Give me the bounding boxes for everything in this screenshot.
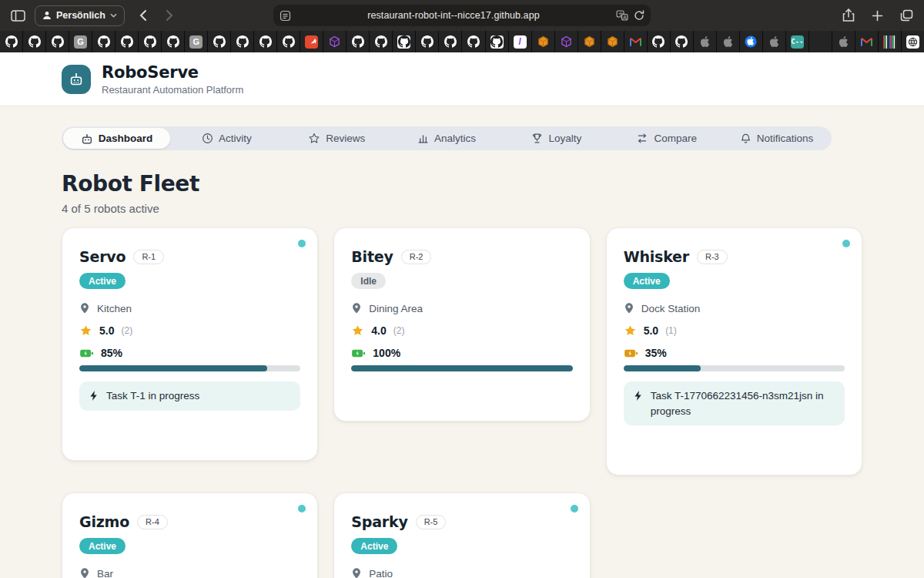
browser-tab-favicon-github-badge[interactable] bbox=[393, 31, 415, 52]
trophy-icon bbox=[531, 133, 543, 144]
tab-dashboard[interactable]: Dashboard bbox=[63, 128, 170, 149]
browser-tab-favicon-terminal[interactable]: C-- bbox=[786, 31, 808, 52]
browser-tab-favicon-github[interactable] bbox=[46, 31, 69, 52]
browser-tab-favicon-github[interactable] bbox=[671, 31, 693, 52]
browser-tab-favicon-github[interactable] bbox=[0, 31, 22, 52]
browser-tab-favicon-cube-orange[interactable] bbox=[532, 31, 554, 52]
robot-name: Whisker bbox=[624, 248, 689, 265]
browser-tab-favicon-g-badge[interactable]: G bbox=[69, 31, 92, 52]
browser-tab-favicon-apple[interactable] bbox=[694, 31, 716, 52]
browser-tab-favicon-github[interactable] bbox=[346, 31, 369, 52]
browser-tab-favicon-github[interactable] bbox=[416, 31, 438, 52]
new-tab-icon[interactable] bbox=[872, 10, 883, 22]
tab-label: Notifications bbox=[757, 133, 814, 144]
browser-tab-favicon-glitch[interactable] bbox=[879, 31, 901, 52]
browser-tab-favicon-cube-orange[interactable] bbox=[601, 31, 624, 52]
browser-tab-favicon-g-badge[interactable]: G bbox=[185, 31, 207, 52]
robot-name: Gizmo bbox=[79, 513, 129, 530]
tab-compare[interactable]: Compare bbox=[613, 128, 720, 149]
robot-card-sparky[interactable]: Sparky R-5 Active Patio 4.0 (1) 68% bbox=[333, 492, 590, 578]
battery-icon bbox=[79, 348, 94, 358]
sidebar-toggle-icon[interactable] bbox=[11, 10, 25, 22]
active-status-dot bbox=[842, 240, 850, 247]
browser-tab-favicon-swift[interactable] bbox=[300, 31, 323, 52]
robot-id-badge: R-1 bbox=[133, 250, 164, 264]
star-icon bbox=[624, 324, 637, 337]
fleet-status-subtitle: 4 of 5 robots active bbox=[62, 202, 862, 215]
rating-value: 5.0 bbox=[99, 324, 114, 337]
robot-id-badge: R-5 bbox=[416, 515, 447, 529]
browser-tab-favicon-github[interactable] bbox=[648, 31, 670, 52]
location-pin-icon bbox=[351, 302, 362, 314]
app-header: RoboServe Restaurant Automation Platform bbox=[0, 52, 924, 106]
tab-notifications[interactable]: Notifications bbox=[723, 128, 830, 149]
browser-tab-favicon-github[interactable] bbox=[92, 31, 115, 52]
browser-tab-favicon-github[interactable] bbox=[208, 31, 230, 52]
browser-tab-favicon-github[interactable] bbox=[162, 31, 184, 52]
browser-tab-favicon-cube-orange[interactable] bbox=[578, 31, 601, 52]
tab-label: Dashboard bbox=[99, 133, 153, 144]
chart-icon bbox=[417, 133, 429, 144]
browser-tab-favicon-github[interactable] bbox=[23, 31, 45, 52]
robot-name: Bitey bbox=[351, 248, 393, 265]
browser-tab-favicon-github[interactable] bbox=[254, 31, 276, 52]
chevron-down-icon bbox=[110, 13, 117, 18]
robot-card-whisker[interactable]: Whisker R-3 Active Dock Station 5.0 (1) … bbox=[606, 227, 862, 476]
app-tagline: Restaurant Automation Platform bbox=[102, 84, 243, 96]
robot-card-bitey[interactable]: Bitey R-2 Idle Dining Area 4.0 (2) 100% bbox=[333, 227, 590, 422]
browser-tab-favicon-cube-purple[interactable] bbox=[555, 31, 578, 52]
browser-tab-favicon-github[interactable] bbox=[277, 31, 300, 52]
browser-tab-favicon-github-badge[interactable] bbox=[486, 31, 508, 52]
active-status-dot bbox=[298, 240, 306, 247]
battery-progress-fill bbox=[79, 365, 267, 371]
robot-card-servo[interactable]: Servo R-1 Active Kitchen 5.0 (2) 85% bbox=[62, 227, 318, 461]
tab-reviews[interactable]: Reviews bbox=[283, 128, 390, 149]
browser-tab-favicon-github[interactable] bbox=[139, 31, 161, 52]
browser-tab-favicon-cube-purple[interactable] bbox=[323, 31, 346, 52]
browser-tab-favicon-apple-blue[interactable] bbox=[740, 31, 762, 52]
robot-card-gizmo[interactable]: Gizmo R-4 Active Bar 92% bbox=[62, 492, 318, 578]
battery-progress-track bbox=[351, 365, 572, 371]
translate-icon[interactable]: 文A bbox=[616, 10, 628, 21]
robot-icon bbox=[81, 133, 93, 145]
battery-icon bbox=[351, 348, 366, 358]
browser-tab[interactable] bbox=[809, 31, 832, 52]
browser-tab-favicon-github[interactable] bbox=[462, 31, 484, 52]
tab-label: Reviews bbox=[326, 133, 365, 144]
browser-tab-favicon-apple[interactable] bbox=[763, 31, 785, 52]
battery-percent: 85% bbox=[101, 347, 122, 359]
clock-icon bbox=[202, 133, 213, 144]
browser-tab-favicon-github[interactable] bbox=[231, 31, 253, 52]
tab-analytics[interactable]: Analytics bbox=[393, 128, 500, 149]
browser-tab-favicon-gmail[interactable] bbox=[855, 31, 878, 52]
battery-progress-fill bbox=[624, 365, 701, 371]
reader-mode-icon[interactable] bbox=[280, 10, 291, 22]
reload-icon[interactable] bbox=[634, 10, 644, 21]
profile-button[interactable]: Persönlich bbox=[35, 5, 125, 26]
browser-tab-favicon-github[interactable] bbox=[370, 31, 392, 52]
browser-tab-favicon-apple[interactable] bbox=[717, 31, 739, 52]
forward-button[interactable] bbox=[166, 9, 174, 22]
robot-fleet-grid: Servo R-1 Active Kitchen 5.0 (2) 85% bbox=[0, 215, 924, 578]
browser-tab-favicon-github[interactable] bbox=[116, 31, 138, 52]
browser-tab-favicon-slash[interactable]: / bbox=[509, 31, 531, 52]
address-bar[interactable]: restaurant-robot-int--nicce17.github.app… bbox=[273, 5, 651, 26]
url-text: restaurant-robot-int--nicce17.github.app bbox=[291, 10, 616, 21]
robot-id-badge: R-2 bbox=[401, 250, 432, 264]
compare-icon bbox=[636, 133, 648, 144]
robot-location: Patio bbox=[369, 568, 393, 578]
task-banner: Task T-1770662231456-n3sm21jsn in progre… bbox=[624, 381, 845, 425]
rating-count: (1) bbox=[665, 325, 677, 336]
browser-tab-favicon-github[interactable] bbox=[439, 31, 461, 52]
back-button[interactable] bbox=[139, 9, 147, 22]
browser-tab-favicon-gmail[interactable] bbox=[624, 31, 647, 52]
browser-tab-favicon-apple[interactable] bbox=[832, 31, 855, 52]
task-text: Task T-1 in progress bbox=[106, 388, 199, 404]
share-icon[interactable] bbox=[842, 8, 855, 22]
tab-overview-icon[interactable] bbox=[900, 9, 913, 22]
app-logo bbox=[62, 65, 91, 94]
tab-activity[interactable]: Activity bbox=[173, 128, 280, 149]
browser-tab-favicon-knot[interactable] bbox=[902, 31, 924, 52]
tab-loyalty[interactable]: Loyalty bbox=[503, 128, 610, 149]
app-title: RoboServe bbox=[102, 63, 243, 82]
